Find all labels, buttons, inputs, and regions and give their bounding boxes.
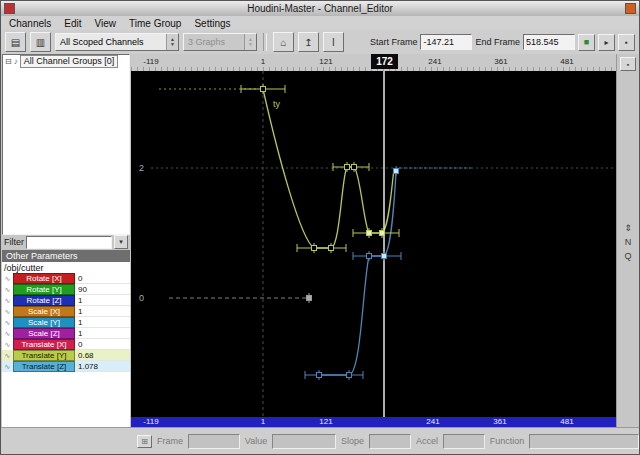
y-axis-label: 2 [139, 163, 144, 173]
parameter-list: ∿Rotate [X]0∿Rotate [Y]90∿Rotate [Z]1∿Sc… [2, 273, 130, 427]
parameter-row[interactable]: ∿Translate [Y]0.68 [2, 350, 130, 361]
normalize-icon[interactable]: N [625, 237, 632, 247]
parameter-value[interactable]: 1.078 [75, 361, 130, 372]
window-menu-button[interactable] [625, 3, 636, 14]
frame-all-icon[interactable]: ↥ [298, 32, 319, 52]
range-option-icon[interactable]: ▪ [618, 34, 635, 51]
value-field-label: Value [245, 436, 267, 446]
ty-keyframe[interactable] [345, 165, 350, 170]
menu-settings[interactable]: Settings [194, 18, 230, 29]
group-list-icon[interactable]: ▥ [30, 32, 51, 52]
parameter-row[interactable]: ∿Rotate [Y]90 [2, 284, 130, 295]
note-icon: ♪ [14, 57, 18, 66]
parameter-row[interactable]: ∿Translate [X]0 [2, 339, 130, 350]
parameter-row[interactable]: ∿Translate [Z]1.078 [2, 361, 130, 372]
graphs-select: 3 Graphs ▲▼ [183, 33, 257, 51]
ty-keyframe[interactable] [367, 231, 372, 236]
parameter-value[interactable]: 1 [75, 306, 130, 317]
ty-curve[interactable] [263, 89, 394, 248]
channel-graph-icon: ∿ [2, 273, 13, 284]
parameter-value[interactable]: 1 [75, 295, 130, 306]
filter-label: Filter [4, 237, 24, 247]
graph-canvas[interactable]: ty20 [131, 71, 617, 417]
parameter-label[interactable]: Rotate [Z] [13, 295, 75, 306]
menu-edit[interactable]: Edit [64, 18, 81, 29]
ruler-tick-label: 361 [494, 57, 507, 66]
parameter-label[interactable]: Scale [Y] [13, 317, 75, 328]
tree-row-all-channel-groups[interactable]: ⊟ ♪ All Channel Groups [0] [3, 55, 129, 68]
parameter-row[interactable]: ∿Scale [X]1 [2, 306, 130, 317]
channel-graph-icon: ∿ [2, 361, 13, 372]
set-keyframe-icon[interactable]: ■ [578, 34, 595, 51]
menubar: ChannelsEditViewTime GroupSettings [1, 16, 639, 31]
expand-icon[interactable]: ⊟ [5, 57, 12, 66]
channel-group-tree[interactable]: ⊟ ♪ All Channel Groups [0] [2, 54, 130, 235]
ty-keyframe[interactable] [261, 87, 266, 92]
channel-list-icon[interactable]: ▤ [5, 32, 26, 52]
zoom-icon[interactable]: Q [624, 251, 631, 261]
tz-keyframe[interactable] [317, 373, 322, 378]
menu-view[interactable]: View [95, 18, 117, 29]
ty-keyframe[interactable] [329, 246, 334, 251]
tz-keyframe[interactable] [394, 169, 399, 174]
parameter-value[interactable]: 1 [75, 317, 130, 328]
spinner-icon[interactable]: ▲▼ [166, 34, 178, 50]
playbar-tick-label: 1 [261, 417, 265, 427]
tz-keyframe[interactable] [347, 373, 352, 378]
start-frame-input[interactable] [420, 34, 472, 50]
parameter-value[interactable]: 0.68 [75, 350, 130, 361]
channel-graph-icon: ∿ [2, 284, 13, 295]
tz-keyframe[interactable] [367, 254, 372, 259]
tz-keyframe[interactable] [382, 254, 387, 259]
scoped-channels-select[interactable]: All Scoped Channels ▲▼ [55, 33, 179, 51]
menu-channels[interactable]: Channels [9, 18, 51, 29]
parameter-label[interactable]: Scale [Z] [13, 328, 75, 339]
text-tool-icon[interactable]: I [323, 32, 344, 52]
ruler-tick-label: 241 [428, 57, 441, 66]
pan-vertical-icon[interactable]: ⇕ [624, 223, 632, 233]
houdini-channel-editor-window: Houdini-Master - Channel_Editor Channels… [0, 0, 640, 455]
playbar[interactable]: -1191121241361481 [131, 417, 617, 427]
menu-time-group[interactable]: Time Group [129, 18, 181, 29]
parameter-value[interactable]: 0 [75, 339, 130, 350]
current-frame-indicator[interactable]: 172 [371, 54, 398, 69]
parameter-label[interactable]: Rotate [X] [13, 273, 75, 284]
filter-row: Filter ▾ [2, 235, 130, 249]
playbar-tick-label: -119 [143, 417, 158, 427]
filter-input[interactable] [26, 236, 112, 249]
node-path[interactable]: /obj/cutter [2, 262, 130, 273]
home-view-icon[interactable]: ⌂ [273, 32, 294, 52]
other-parameters-header: Other Parameters [2, 250, 130, 262]
parameter-value[interactable]: 90 [75, 284, 130, 295]
playbar-tick-label: 241 [426, 417, 439, 427]
strip-option-icon[interactable]: ▪ [620, 57, 636, 71]
parameter-label[interactable]: Translate [X] [13, 339, 75, 350]
channel-graph[interactable]: ty20 [131, 71, 617, 417]
parameter-value[interactable]: 1 [75, 328, 130, 339]
function-field [529, 434, 639, 449]
parameter-row[interactable]: ∿Rotate [X]0 [2, 273, 130, 284]
parameter-label[interactable]: Translate [Z] [13, 361, 75, 372]
ty-keyframe[interactable] [380, 231, 385, 236]
parameter-value[interactable]: 0 [75, 273, 130, 284]
parameter-label[interactable]: Rotate [Y] [13, 284, 75, 295]
accel-field [443, 434, 485, 449]
parameter-label[interactable]: Scale [X] [13, 306, 75, 317]
zero-keyframe[interactable] [307, 296, 312, 301]
parameter-row[interactable]: ∿Scale [Z]1 [2, 328, 130, 339]
parameter-label[interactable]: Translate [Y] [13, 350, 75, 361]
playbar-option-icon[interactable]: ▸ [598, 34, 615, 51]
channel-groups-root-label[interactable]: All Channel Groups [0] [20, 55, 119, 68]
ruler-tick-label: 1 [261, 57, 265, 66]
parameter-row[interactable]: ∿Rotate [Z]1 [2, 295, 130, 306]
close-button[interactable] [4, 3, 15, 14]
parameter-row[interactable]: ∿Scale [Y]1 [2, 317, 130, 328]
filter-dropdown-icon[interactable]: ▾ [114, 235, 128, 249]
end-frame-input[interactable] [523, 34, 575, 50]
playbar-tick-label: 121 [319, 417, 332, 427]
y-axis-label: 0 [139, 293, 144, 303]
titlebar: Houdini-Master - Channel_Editor [1, 1, 639, 17]
ty-keyframe[interactable] [352, 165, 357, 170]
frame-range-group: Start Frame End Frame ■ ▸ ▪ [370, 34, 635, 51]
ty-keyframe[interactable] [312, 246, 317, 251]
